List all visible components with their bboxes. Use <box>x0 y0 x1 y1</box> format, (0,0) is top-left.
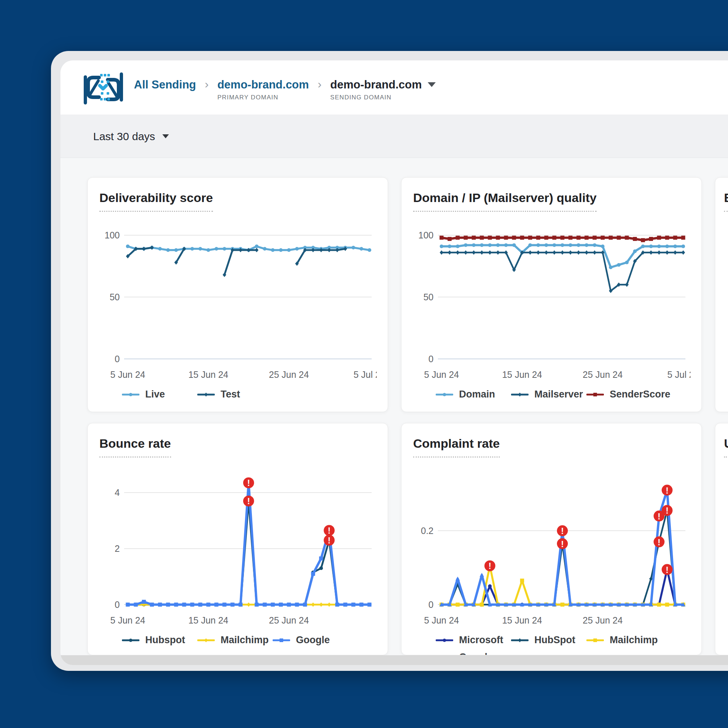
legend-label: Mailchimp <box>220 635 269 646</box>
chart-legend: MicrosoftHubSpotMailchimpGoogle <box>413 635 690 655</box>
chart-legend: LiveTest <box>99 389 376 400</box>
svg-text:!: ! <box>666 506 669 515</box>
legend-item-mailchimp[interactable]: Mailchimp <box>586 635 662 646</box>
svg-text:50: 50 <box>423 292 434 302</box>
legend-swatch-icon <box>586 637 604 644</box>
svg-text:25 Jun 24: 25 Jun 24 <box>583 615 623 626</box>
chart-title: Deliverability score <box>99 191 213 212</box>
legend-swatch-icon <box>122 391 139 398</box>
svg-text:25 Jun 24: 25 Jun 24 <box>269 615 309 626</box>
svg-text:4: 4 <box>115 487 120 498</box>
svg-text:!: ! <box>488 561 491 571</box>
deliverability-score-chart: 0501005 Jun 2415 Jun 2425 Jun 245 Jul 24 <box>99 217 377 388</box>
card-partial-top-right: E <box>715 177 728 412</box>
svg-text:!: ! <box>666 486 669 496</box>
legend-label: Hubspot <box>145 635 185 646</box>
legend-item-hubspot[interactable]: HubSpot <box>511 635 586 646</box>
content-clip-strip <box>60 655 728 665</box>
svg-text:15 Jun 24: 15 Jun 24 <box>188 615 228 626</box>
legend-item-test[interactable]: Test <box>197 389 273 400</box>
legend-item-mailchimp[interactable]: Mailchimp <box>197 635 273 646</box>
svg-text:!: ! <box>666 565 669 575</box>
legend-item-mailserver[interactable]: Mailserver <box>511 389 586 400</box>
dashboard-content: Deliverability score 0501005 Jun 2415 Ju… <box>60 158 728 665</box>
legend-swatch-icon <box>122 637 139 644</box>
legend-item-live[interactable]: Live <box>122 389 197 400</box>
chart-legend: HubspotMailchimpGoogle <box>99 635 376 646</box>
svg-text:5 Jun 24: 5 Jun 24 <box>424 615 459 626</box>
charts-grid: Deliverability score 0501005 Jun 2415 Ju… <box>87 177 728 655</box>
chart-title: Complaint rate <box>413 436 500 457</box>
breadcrumb-label[interactable]: All Sending <box>134 79 196 91</box>
domain-ip-quality-chart: 0501005 Jun 2415 Jun 2425 Jun 245 Jul 24 <box>413 217 691 388</box>
svg-text:0: 0 <box>428 600 434 610</box>
chevron-down-icon[interactable] <box>428 82 436 87</box>
breadcrumb-sending-domain[interactable]: demo-brand.com SENDING DOMAIN <box>330 79 435 102</box>
chevron-right-icon: › <box>318 78 322 90</box>
legend-item-senderscore[interactable]: SenderScore <box>586 389 670 400</box>
date-range-selector[interactable]: Last 30 days <box>93 130 155 143</box>
card-domain-ip-quality: Domain / IP (Mailserver) quality 0501005… <box>401 177 702 412</box>
legend-swatch-icon <box>273 637 290 644</box>
svg-text:!: ! <box>247 496 250 506</box>
svg-text:100: 100 <box>418 230 434 240</box>
legend-label: Google <box>296 635 330 646</box>
svg-text:!: ! <box>327 535 330 545</box>
breadcrumb-all-sending[interactable]: All Sending <box>134 79 196 91</box>
breadcrumb-primary-domain[interactable]: demo-brand.com PRIMARY DOMAIN <box>217 79 309 102</box>
chart-title: Domain / IP (Mailserver) quality <box>413 191 596 212</box>
header: All Sending › demo-brand.com PRIMARY DOM… <box>60 60 728 115</box>
svg-text:!: ! <box>658 511 661 521</box>
legend-item-microsoft[interactable]: Microsoft <box>436 635 511 646</box>
legend-item-google[interactable]: Google <box>273 635 348 646</box>
legend-label: Google <box>459 652 493 655</box>
svg-text:100: 100 <box>104 230 120 240</box>
legend-item-hubspot[interactable]: Hubspot <box>122 635 197 646</box>
legend-swatch-icon <box>586 391 604 398</box>
card-partial-bottom-right: U <box>715 423 728 655</box>
legend-label: Live <box>145 389 165 400</box>
svg-text:!: ! <box>561 526 564 536</box>
svg-text:0.2: 0.2 <box>421 526 434 536</box>
filter-bar: Last 30 days <box>60 115 728 158</box>
breadcrumb-label[interactable]: demo-brand.com <box>217 79 309 91</box>
chart-title: U <box>724 436 728 457</box>
legend-label: HubSpot <box>534 635 575 646</box>
legend-swatch-icon <box>436 391 453 398</box>
svg-text:15 Jun 24: 15 Jun 24 <box>188 369 228 380</box>
svg-text:5 Jul 24: 5 Jul 24 <box>667 369 691 380</box>
legend-label: SenderScore <box>610 389 670 400</box>
card-complaint-rate: Complaint rate 00.25 Jun 2415 Jun 2425 J… <box>401 423 702 655</box>
svg-text:0: 0 <box>428 354 434 364</box>
svg-text:25 Jun 24: 25 Jun 24 <box>269 369 309 380</box>
legend-swatch-icon <box>511 391 529 398</box>
legend-swatch-icon <box>511 637 529 644</box>
app-surface: All Sending › demo-brand.com PRIMARY DOM… <box>60 60 728 665</box>
svg-text:5 Jul 24: 5 Jul 24 <box>353 369 377 380</box>
chevron-right-icon: › <box>205 78 209 90</box>
card-deliverability-score: Deliverability score 0501005 Jun 2415 Ju… <box>87 177 388 412</box>
svg-text:!: ! <box>561 539 564 549</box>
chart-title: Bounce rate <box>99 436 171 457</box>
svg-text:2: 2 <box>115 543 120 554</box>
legend-label: Domain <box>459 389 495 400</box>
app-window: All Sending › demo-brand.com PRIMARY DOM… <box>51 51 728 671</box>
legend-label: Mailchimp <box>610 635 658 646</box>
breadcrumb-sublabel: SENDING DOMAIN <box>330 94 435 101</box>
chevron-down-icon[interactable] <box>162 134 169 138</box>
svg-text:5 Jun 24: 5 Jun 24 <box>110 369 145 380</box>
breadcrumb-label[interactable]: demo-brand.com <box>330 79 422 91</box>
svg-text:50: 50 <box>110 292 120 302</box>
svg-text:25 Jun 24: 25 Jun 24 <box>583 369 623 380</box>
legend-swatch-icon <box>197 637 215 644</box>
brand-logo-icon[interactable] <box>83 69 124 106</box>
svg-text:!: ! <box>247 478 250 488</box>
legend-swatch-icon <box>197 391 215 398</box>
breadcrumb-sublabel: PRIMARY DOMAIN <box>217 94 309 101</box>
svg-text:0: 0 <box>115 600 120 610</box>
complaint-rate-chart: 00.25 Jun 2415 Jun 2425 Jun 24!!!!!!!! <box>413 463 691 634</box>
svg-text:5 Jun 24: 5 Jun 24 <box>424 369 459 380</box>
legend-item-domain[interactable]: Domain <box>436 389 511 400</box>
legend-item-google[interactable]: Google <box>436 652 511 655</box>
breadcrumb: All Sending › demo-brand.com PRIMARY DOM… <box>134 79 436 102</box>
